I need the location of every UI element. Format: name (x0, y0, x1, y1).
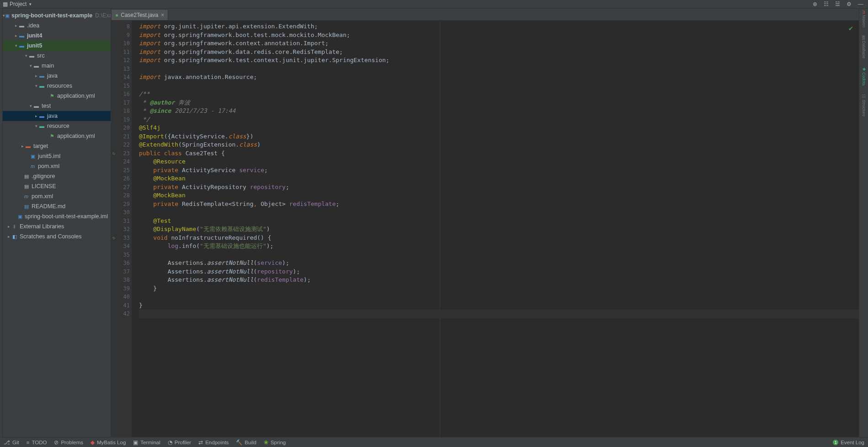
todo-toolwindow[interactable]: ≡TODO (27, 440, 47, 445)
structure-toolwindow[interactable]: ☷ Structure (862, 94, 866, 116)
tree-item[interactable]: ▾▬junit5 (3, 41, 111, 51)
code-line[interactable] (139, 82, 859, 90)
mybatis-toolwindow[interactable]: ◆MyBatis Log (91, 439, 126, 446)
tree-item[interactable]: ▤LICENSE (3, 181, 111, 191)
code-line[interactable]: private ActivityService service; (139, 166, 859, 175)
codota-toolwindow[interactable]: ◆ Codota (862, 67, 866, 86)
code-line[interactable]: log.info("无需基础设施也能运行"); (139, 242, 859, 251)
tree-arrow-icon[interactable]: ▾ (28, 104, 33, 108)
code-line[interactable]: } (139, 284, 859, 293)
code-line[interactable]: Assertions.assertNotNull(service); (139, 259, 859, 268)
tree-item-label: src (37, 53, 45, 59)
code-line[interactable]: import org.junit.jupiter.api.extension.E… (139, 22, 859, 31)
tree-scratches[interactable]: ▸ ◧ Scratches and Consoles (3, 231, 111, 242)
tree-item[interactable]: mpom.xml (3, 161, 111, 171)
code-line[interactable] (139, 310, 859, 318)
code-line[interactable]: import javax.annotation.Resource; (139, 73, 859, 82)
tree-external-libraries[interactable]: ▸ ⫴ External Libraries (3, 221, 111, 231)
terminal-toolwindow[interactable]: ▣Terminal (133, 439, 160, 446)
code-line[interactable]: * @since 2021/7/23 - 17:44 (139, 107, 859, 116)
tree-item-label: pom.xml (38, 163, 59, 169)
gear-icon[interactable]: ⚙ (847, 1, 852, 7)
code-line[interactable]: * @author 奔波 (139, 99, 859, 107)
tree-arrow-icon[interactable]: ▸ (20, 144, 25, 148)
tree-item[interactable]: ▸▬junit4 (3, 31, 111, 41)
code-line[interactable] (139, 251, 859, 259)
profiler-toolwindow[interactable]: ◔Profiler (168, 439, 191, 446)
code-line[interactable]: private RedisTemplate<String, Object> re… (139, 200, 859, 209)
code-line[interactable] (139, 65, 859, 74)
code-line[interactable]: import org.springframework.boot.test.moc… (139, 31, 859, 40)
collapse-all-icon[interactable]: ☱ (835, 1, 840, 7)
spring-toolwindow[interactable]: ❀Spring (264, 439, 286, 446)
code-line[interactable]: import org.springframework.test.context.… (139, 56, 859, 65)
tree-item[interactable]: ▾▬main (3, 61, 111, 71)
code-line[interactable] (139, 293, 859, 301)
tree-root[interactable]: ▾ ▣ spring-boot-unit-test-example D:\Exa… (3, 11, 111, 21)
tree-arrow-icon[interactable]: ▾ (24, 53, 28, 58)
code-line[interactable]: @Import({ActivityService.class}) (139, 132, 859, 141)
tree-item[interactable]: ⚑application.yml (3, 131, 111, 141)
code-line[interactable]: @MockBean (139, 191, 859, 200)
code-line[interactable] (139, 208, 859, 217)
tree-arrow-icon[interactable]: ▾ (28, 63, 33, 68)
tree-item-label: application.yml (57, 133, 95, 139)
tree-item[interactable]: ⚑application.yml (3, 91, 111, 101)
tree-arrow-icon[interactable]: ▾ (14, 43, 18, 48)
tree-item[interactable]: ▾▬resource (3, 121, 111, 131)
tree-item[interactable]: ▤README.md (3, 201, 111, 211)
maven-toolwindow[interactable]: m Maven (862, 11, 866, 27)
code-line[interactable]: @Test (139, 217, 859, 226)
git-toolwindow[interactable]: ⎇Git (4, 439, 19, 446)
code-line[interactable]: @ExtendWith(SpringExtension.class) (139, 141, 859, 149)
chevron-right-icon[interactable]: ▸ (6, 234, 11, 239)
endpoints-toolwindow[interactable]: ⇄Endpoints (198, 439, 229, 446)
tree-item[interactable]: ▸▬java (3, 111, 111, 121)
tree-item[interactable]: ▾▬src (3, 51, 111, 61)
code-line[interactable]: Assertions.assertNotNull(redisTemplate); (139, 276, 859, 284)
code-line[interactable]: } (139, 301, 859, 310)
code-line[interactable]: import org.springframework.data.redis.co… (139, 48, 859, 57)
tree-item[interactable]: ▸▬target (3, 141, 111, 151)
chevron-right-icon[interactable]: ▸ (6, 224, 11, 229)
code-line[interactable]: public class Case2Test { (139, 149, 859, 158)
tree-item[interactable]: ▸▬.idea (3, 21, 111, 31)
code-line[interactable]: */ (139, 116, 859, 124)
hide-icon[interactable]: — (858, 1, 863, 7)
tree-arrow-icon[interactable]: ▾ (34, 124, 38, 128)
target-icon[interactable]: ⊕ (813, 1, 817, 7)
build-toolwindow[interactable]: 🔨Build (236, 439, 256, 446)
code-line[interactable]: @MockBean (139, 174, 859, 183)
code-line[interactable]: @DisplayName("无需依赖基础设施测试") (139, 225, 859, 234)
code-line[interactable]: @Slf4j (139, 124, 859, 132)
close-icon[interactable]: × (161, 12, 164, 18)
code-content[interactable]: import org.junit.jupiter.api.extension.E… (132, 21, 859, 437)
expand-all-icon[interactable]: ☷ (824, 1, 829, 7)
tree-arrow-icon[interactable]: ▸ (14, 23, 18, 28)
code-area[interactable]: 891011121314151617181920212223↻242526272… (111, 21, 859, 437)
code-line[interactable]: void noInfrastructureRequired() { (139, 234, 859, 242)
project-tree[interactable]: ▾ ▣ spring-boot-unit-test-example D:\Exa… (3, 9, 111, 243)
inspection-ok-icon[interactable]: ✔ (848, 25, 853, 32)
tree-arrow-icon[interactable]: ▸ (14, 33, 18, 38)
tree-item[interactable]: ▾▬test (3, 101, 111, 111)
tree-item[interactable]: mpom.xml (3, 191, 111, 201)
tree-item[interactable]: ▣junit5.iml (3, 151, 111, 161)
code-line[interactable]: @Resource (139, 158, 859, 166)
tree-item[interactable]: ▤.gitignore (3, 171, 111, 181)
project-toolwindow-label[interactable]: ▦ Project ▼ (0, 1, 35, 7)
code-line[interactable]: private ActivityRepository repository; (139, 183, 859, 192)
tree-arrow-icon[interactable]: ▸ (34, 114, 38, 118)
code-line[interactable]: import org.springframework.context.annot… (139, 39, 859, 48)
database-toolwindow[interactable]: 🗄 Database (862, 36, 866, 58)
tree-item[interactable]: ▸▬java (3, 71, 111, 81)
tree-arrow-icon[interactable]: ▸ (34, 74, 38, 78)
tree-item[interactable]: ▣spring-boot-unit-test-example.iml (3, 211, 111, 221)
code-line[interactable]: /** (139, 90, 859, 99)
tree-arrow-icon[interactable]: ▾ (34, 84, 38, 88)
problems-toolwindow[interactable]: ⊘Problems (54, 439, 83, 446)
tab-case2test[interactable]: ● Case2Test.java × (111, 9, 168, 20)
tree-item[interactable]: ▾▬resources (3, 81, 111, 91)
code-line[interactable]: Assertions.assertNotNull(repository); (139, 268, 859, 276)
event-log[interactable]: 1Event Log (833, 440, 864, 445)
